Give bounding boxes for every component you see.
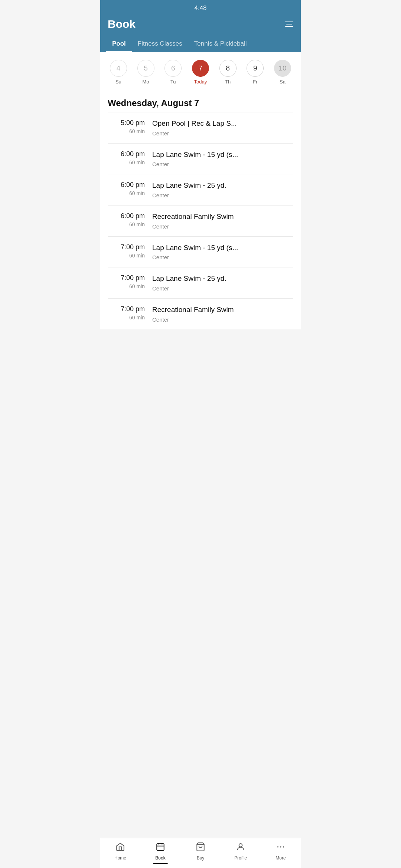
session-location: Center: [152, 285, 293, 292]
day-number-6: 6: [164, 60, 182, 77]
session-duration: 60 min: [108, 221, 145, 227]
header: Book: [100, 14, 301, 36]
page-title: Book: [108, 18, 136, 30]
calendar-day-9[interactable]: 9Fr: [245, 60, 265, 85]
day-number-7: 7: [192, 60, 209, 77]
session-time-block: 6:00 pm60 min: [108, 181, 152, 196]
session-time-main: 6:00 pm: [108, 150, 145, 158]
session-item[interactable]: 6:00 pm60 minLap Lane Swim - 25 yd.Cente…: [108, 174, 293, 205]
calendar-strip: 4Su5Mo6Tu7Today8Th9Fr10Sa: [100, 52, 301, 91]
session-time-main: 7:00 pm: [108, 243, 145, 251]
session-info: Open Pool | Rec & Lap S...Center: [152, 119, 293, 137]
day-number-10: 10: [274, 60, 291, 77]
session-item[interactable]: 5:00 pm60 minOpen Pool | Rec & Lap S...C…: [108, 112, 293, 143]
session-time-block: 5:00 pm60 min: [108, 119, 152, 134]
session-item[interactable]: 7:00 pm60 minLap Lane Swim - 15 yd (s...…: [108, 236, 293, 267]
session-name: Lap Lane Swim - 25 yd.: [152, 181, 293, 190]
session-time-main: 6:00 pm: [108, 212, 145, 220]
session-time-main: 7:00 pm: [108, 274, 145, 282]
session-duration: 60 min: [108, 253, 145, 259]
calendar-day-7[interactable]: 7Today: [191, 60, 210, 85]
session-location: Center: [152, 192, 293, 198]
session-time-block: 7:00 pm60 min: [108, 274, 152, 289]
calendar-day-5[interactable]: 5Mo: [136, 60, 156, 85]
session-item[interactable]: 6:00 pm60 minRecreational Family SwimCen…: [108, 205, 293, 236]
session-time-main: 5:00 pm: [108, 119, 145, 127]
session-duration: 60 min: [108, 315, 145, 320]
session-info: Lap Lane Swim - 25 yd.Center: [152, 181, 293, 198]
session-time-block: 7:00 pm60 min: [108, 243, 152, 259]
calendar-day-8[interactable]: 8Th: [218, 60, 238, 85]
session-item[interactable]: 7:00 pm60 minLap Lane Swim - 25 yd.Cente…: [108, 267, 293, 298]
session-item[interactable]: 7:00 pm60 minRecreational Family SwimCen…: [108, 298, 293, 329]
status-time: 4:48: [194, 4, 206, 11]
session-duration: 60 min: [108, 190, 145, 196]
session-info: Lap Lane Swim - 15 yd (s...Center: [152, 243, 293, 261]
day-label-8: Th: [225, 79, 231, 85]
day-label-5: Mo: [143, 79, 149, 85]
session-time-block: 6:00 pm60 min: [108, 150, 152, 165]
session-info: Lap Lane Swim - 15 yd (s...Center: [152, 150, 293, 168]
day-label-10: Sa: [280, 79, 286, 85]
date-heading: Wednesday, August 7: [108, 91, 293, 112]
session-time-main: 7:00 pm: [108, 305, 145, 313]
calendar-day-10[interactable]: 10Sa: [273, 60, 292, 85]
day-label-9: Fr: [253, 79, 257, 85]
day-label-4: Su: [115, 79, 121, 85]
day-label-6: Tu: [170, 79, 176, 85]
session-item[interactable]: 6:00 pm60 minLap Lane Swim - 15 yd (s...…: [108, 143, 293, 174]
day-number-9: 9: [247, 60, 264, 77]
day-label-7: Today: [194, 79, 207, 85]
tab-tennis-pickleball[interactable]: Tennis & Pickleball: [188, 36, 253, 52]
calendar-day-6[interactable]: 6Tu: [163, 60, 183, 85]
session-location: Center: [152, 254, 293, 260]
session-name: Open Pool | Rec & Lap S...: [152, 119, 293, 128]
session-name: Recreational Family Swim: [152, 305, 293, 315]
session-time-main: 6:00 pm: [108, 181, 145, 189]
calendar-day-4[interactable]: 4Su: [109, 60, 128, 85]
day-number-8: 8: [219, 60, 237, 77]
session-location: Center: [152, 130, 293, 137]
status-bar: 4:48: [100, 0, 301, 14]
session-duration: 60 min: [108, 160, 145, 165]
session-location: Center: [152, 316, 293, 323]
session-location: Center: [152, 161, 293, 167]
session-list: 5:00 pm60 minOpen Pool | Rec & Lap S...C…: [108, 112, 293, 329]
day-number-4: 4: [110, 60, 127, 77]
category-tabs: Pool Fitness Classes Tennis & Pickleball: [100, 36, 301, 52]
session-location: Center: [152, 223, 293, 230]
tab-fitness-classes[interactable]: Fitness Classes: [132, 36, 188, 52]
session-duration: 60 min: [108, 283, 145, 289]
filter-button[interactable]: [285, 22, 293, 27]
session-name: Recreational Family Swim: [152, 212, 293, 221]
session-info: Recreational Family SwimCenter: [152, 305, 293, 323]
session-name: Lap Lane Swim - 15 yd (s...: [152, 150, 293, 160]
session-name: Lap Lane Swim - 25 yd.: [152, 274, 293, 283]
day-number-5: 5: [137, 60, 154, 77]
session-info: Recreational Family SwimCenter: [152, 212, 293, 230]
tab-pool[interactable]: Pool: [106, 36, 132, 52]
session-time-block: 6:00 pm60 min: [108, 212, 152, 227]
session-duration: 60 min: [108, 128, 145, 134]
session-name: Lap Lane Swim - 15 yd (s...: [152, 243, 293, 253]
content-area: Wednesday, August 7 5:00 pm60 minOpen Po…: [100, 91, 301, 329]
session-time-block: 7:00 pm60 min: [108, 305, 152, 320]
session-info: Lap Lane Swim - 25 yd.Center: [152, 274, 293, 292]
